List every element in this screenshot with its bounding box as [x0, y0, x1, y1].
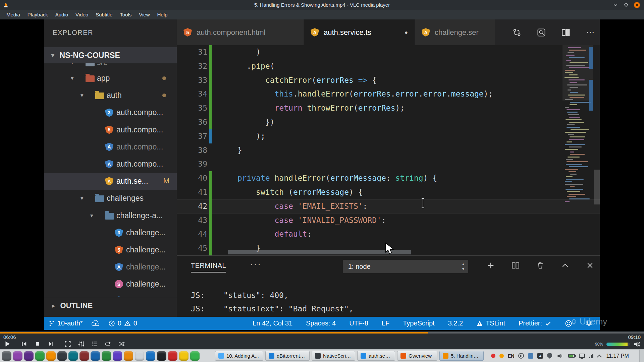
loop-button[interactable] [104, 340, 112, 348]
menu-video[interactable]: Video [72, 10, 92, 19]
app-launcher-icon-14[interactable] [146, 351, 155, 361]
previous-button[interactable] [20, 340, 28, 348]
clipboard-tray-icon[interactable] [528, 353, 533, 359]
chevron-down-icon[interactable]: ▾ [80, 92, 84, 99]
editor-tab[interactable]: 5auth.component.html [177, 19, 304, 45]
menu-subtitle[interactable]: Subtitle [92, 10, 116, 19]
stop-button[interactable] [34, 340, 42, 348]
random-button[interactable] [117, 340, 125, 348]
editor-tab[interactable]: Achallenge.ser [415, 19, 495, 45]
display-tray-icon[interactable] [579, 354, 585, 358]
next-button[interactable] [47, 340, 55, 348]
seek-bar[interactable] [0, 332, 644, 334]
panel-handle[interactable] [639, 350, 644, 362]
split-editor-icon[interactable] [561, 28, 570, 37]
terminal-tab[interactable]: TERMINAL [191, 262, 226, 273]
close-button-icon[interactable] [634, 2, 640, 8]
app-launcher-icon-5[interactable] [46, 351, 56, 361]
tree-item-challenge-[interactable]: 3challenge... [44, 225, 177, 242]
code-line-43[interactable]: 43 case 'INVALID_PASSWORD': [177, 214, 600, 228]
code-line-32[interactable]: 32 .pipe( [177, 59, 600, 73]
sync-status[interactable] [92, 320, 100, 326]
tray-expander-icon[interactable] [597, 354, 601, 358]
volume-slider[interactable] [606, 343, 630, 346]
vlc-titlebar[interactable]: 5. Handling Errors & Showing Alerts.mp4 … [0, 0, 644, 10]
tslint-status[interactable]: TSLint [476, 319, 505, 327]
media-pause-tray-icon[interactable] [518, 353, 524, 359]
file-encoding[interactable]: UTF-8 [349, 319, 368, 327]
app-launcher-icon-8[interactable] [79, 351, 89, 361]
code-line-31[interactable]: 31 ) [177, 45, 600, 59]
editor-more-actions-icon[interactable]: ⋯ [586, 28, 595, 37]
menu-tools[interactable]: Tools [116, 10, 135, 19]
app-launcher-icon-3[interactable] [24, 351, 34, 361]
menu-help[interactable]: Help [154, 10, 171, 19]
taskbar-button-10-adding-a-[interactable]: 10. Adding A... [215, 351, 263, 361]
new-terminal-icon[interactable] [486, 261, 495, 270]
horizontal-scrollbar-thumb[interactable] [228, 250, 411, 254]
tree-item-challenges[interactable]: ▾challenges [44, 190, 177, 207]
tree-item-challenge-[interactable]: 5challenge... [44, 242, 177, 259]
taskbar-button-gwenview[interactable]: Gwenview [397, 351, 437, 361]
code-line-34[interactable]: 34 this.handleError(errorRes.error.error… [177, 87, 600, 101]
chevron-down-icon[interactable]: ▾ [51, 52, 54, 59]
tree-item-challenge-a-[interactable]: ▾challenge-a... [44, 207, 177, 225]
app-launcher-icon-16[interactable] [168, 351, 177, 361]
indentation-setting[interactable]: Spaces: 4 [306, 319, 336, 327]
code-line-38[interactable]: 38 } [177, 143, 600, 158]
code-editor[interactable]: 31 )32 .pipe(33 catchError(errorRes => {… [177, 45, 600, 255]
chevron-down-icon[interactable]: ▾ [80, 195, 84, 202]
tree-item-challenge-[interactable]: Schallenge... [44, 276, 177, 293]
vertical-scrollbar-thumb[interactable] [594, 170, 600, 204]
maximize-button-icon[interactable] [624, 2, 629, 7]
language-mode[interactable]: TypeScript [403, 319, 434, 327]
minimap[interactable] [562, 45, 593, 216]
app-launcher-icon-10[interactable] [102, 351, 111, 361]
menu-playback[interactable]: Playback [24, 10, 52, 19]
close-panel-icon[interactable] [586, 261, 594, 270]
taskbar-button-nativescript-[interactable]: NativeScript.... [312, 351, 355, 361]
code-line-40[interactable]: 40 private handleError(errorMessage: str… [177, 171, 600, 185]
app-launcher-icon-6[interactable] [57, 351, 67, 361]
extended-settings-button[interactable] [77, 340, 85, 348]
cursor-position[interactable]: Ln 42, Col 31 [253, 319, 292, 327]
app-launcher-icon-4[interactable] [35, 351, 45, 361]
terminal-more-icon[interactable]: ··· [250, 259, 262, 269]
app-launcher-icon-17[interactable] [179, 351, 189, 361]
code-line-36[interactable]: 36 }) [177, 115, 600, 129]
minimize-button-icon[interactable] [613, 2, 618, 8]
app-launcher-icon-15[interactable] [157, 351, 166, 361]
tree-item-auth-se-[interactable]: Aauth.se...M [44, 173, 177, 190]
taskbar-button-auth-service-t-[interactable]: auth.service.t... [357, 351, 395, 361]
network-tray-icon[interactable] [589, 354, 593, 358]
tree-item-app[interactable]: ▾app [44, 70, 177, 87]
play-button[interactable] [3, 340, 11, 348]
tree-item-auth-compo-[interactable]: 3auth.compo... [44, 104, 177, 121]
chevron-right-icon[interactable]: ▸ [52, 302, 55, 309]
tree-item-challenge-[interactable]: Achallenge... [44, 259, 177, 276]
prettier-status[interactable]: Prettier: [519, 319, 551, 327]
workspace-section-header[interactable]: ▾ NS-NG-COURSE [44, 47, 177, 63]
modified-dot-icon[interactable]: ● [405, 29, 408, 36]
taskbar-button-qbittorrent-v-[interactable]: qBittorrent v... [265, 351, 310, 361]
split-terminal-icon[interactable] [511, 261, 520, 270]
editor-tab[interactable]: Aauth.service.ts● [304, 19, 415, 45]
code-line-44[interactable]: 44 default: [177, 227, 600, 241]
code-line-33[interactable]: 33 catchError(errorRes => { [177, 73, 600, 87]
tree-item-auth-compo-[interactable]: 5auth.compo... [44, 122, 177, 139]
tree-item-auth-compo-[interactable]: Aauth.compo... [44, 156, 177, 173]
battery-tray-icon[interactable] [568, 354, 575, 358]
app-launcher-icon-2[interactable] [13, 351, 22, 361]
code-line-42[interactable]: 42 case 'EMAIL_EXISTS': [177, 199, 600, 214]
maximize-panel-icon[interactable] [561, 261, 570, 270]
keyboard-layout-indicator[interactable]: EN [508, 353, 514, 359]
terminal-instance-select[interactable]: 1: node ▲ ▼ [343, 260, 468, 273]
chevron-down-icon[interactable]: ▾ [71, 75, 74, 82]
security-tray-icon[interactable] [547, 353, 552, 359]
clock[interactable]: 11:17 PM [606, 353, 629, 359]
outline-section-header[interactable]: ▸ OUTLINE [44, 297, 177, 314]
input-method-tray-icon[interactable]: A [537, 353, 543, 359]
problems-status[interactable]: 0 0 [108, 319, 137, 327]
taskbar-button-5-handling-e-[interactable]: 5. Handling E... [439, 351, 484, 361]
menu-audio[interactable]: Audio [52, 10, 72, 19]
